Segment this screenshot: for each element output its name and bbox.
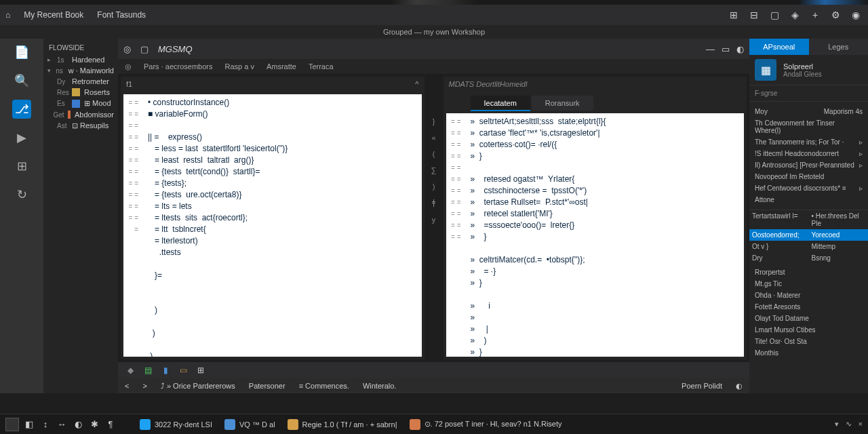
taskbar-app[interactable]: ⊙. 72 poset T iner · Hl, seav? n1 N.Rise… bbox=[404, 417, 568, 432]
quick-launch-icon[interactable]: ◧ bbox=[23, 418, 35, 431]
taskbar-app[interactable]: 3022 Ry·dent LSI bbox=[134, 417, 218, 432]
bottom-tab-icon[interactable]: ▤ bbox=[142, 365, 153, 376]
quick-launch-icon[interactable]: ¶ bbox=[104, 418, 117, 431]
taskbar-app[interactable]: VQ ™ D al bbox=[219, 417, 281, 432]
prop-right[interactable]: • Her.threes Del Ple bbox=[809, 210, 869, 229]
status-nav-back[interactable]: < bbox=[125, 382, 129, 390]
theme-icon[interactable]: ◐ bbox=[736, 44, 744, 54]
list-item[interactable]: Lmart Mursol Ctibes bbox=[755, 324, 863, 336]
fold-icon[interactable]: y bbox=[432, 216, 436, 224]
prop-left[interactable]: Ot v } bbox=[749, 241, 809, 252]
bottom-tab-icon[interactable]: ▮ bbox=[160, 365, 171, 376]
tree-item[interactable]: Es⊞ Mood bbox=[43, 98, 118, 109]
tree-item[interactable]: DyRetrometer bbox=[43, 76, 118, 87]
property-row[interactable]: Th Cdewonment ter Tinser Where(l) bbox=[755, 117, 863, 136]
tree-item[interactable]: ResRoserts bbox=[43, 87, 118, 98]
nav-back-icon[interactable]: ◎ bbox=[123, 44, 131, 54]
fold-icon[interactable]: } bbox=[433, 117, 435, 125]
prop-right[interactable]: Bsnng bbox=[809, 252, 869, 264]
tray-icon[interactable]: × bbox=[859, 420, 863, 429]
breadcrumb-item[interactable]: Amsratte bbox=[267, 62, 296, 71]
property-row[interactable]: Il) Antrosonsc] [Presr·Perannsted ▹ bbox=[755, 159, 863, 171]
bottom-tab-icon[interactable]: ▭ bbox=[178, 365, 189, 376]
list-item[interactable]: Ohda · Materer bbox=[755, 290, 863, 301]
close-icon[interactable]: ^ bbox=[415, 80, 418, 88]
quick-launch-icon[interactable]: ◐ bbox=[72, 418, 84, 431]
panel-tab-leges[interactable]: Leges bbox=[809, 39, 869, 55]
property-row[interactable]: The Tannomerre ins; For Tor ·▹ bbox=[755, 136, 863, 148]
title-settings-icon[interactable]: ⚙ bbox=[829, 8, 842, 22]
title-account-icon[interactable]: ◉ bbox=[849, 8, 863, 22]
breadcrumb-item[interactable]: ◎ bbox=[125, 62, 132, 71]
status-item[interactable]: Patersoner bbox=[249, 382, 285, 390]
title-add-icon[interactable]: + bbox=[808, 8, 822, 22]
right-code-editor[interactable]: = = = = = = = = = = = = = = = = = = = = … bbox=[446, 113, 745, 357]
property-row[interactable]: !S ittecml Headconodcorrert ▹ bbox=[755, 148, 863, 159]
list-item[interactable]: Rrorpertst bbox=[755, 267, 863, 278]
breadcrumb-item[interactable]: Rasp a v bbox=[224, 62, 254, 71]
extensions-icon[interactable]: ⊞ bbox=[12, 157, 31, 176]
sync-icon[interactable]: ↻ bbox=[12, 185, 31, 204]
taskbar-app[interactable]: Regie 1.0 ( Tf / am · + sabrn| bbox=[282, 417, 403, 432]
property-row[interactable]: Novopeoof Im Retoteld bbox=[755, 171, 863, 182]
tree-item[interactable]: GetAbdomissor bbox=[43, 109, 118, 120]
title-diamond-icon[interactable]: ◈ bbox=[788, 8, 802, 22]
menu-recent[interactable]: My Recent Book bbox=[24, 10, 83, 20]
fold-icon[interactable]: ) bbox=[433, 182, 435, 191]
fold-icon[interactable]: « bbox=[431, 134, 435, 142]
fold-icon[interactable]: ∑ bbox=[431, 166, 437, 174]
title-panel-icon[interactable]: ▢ bbox=[768, 8, 781, 22]
panel-tab-apsnoeal[interactable]: APsnoeal bbox=[749, 39, 809, 55]
explorer-icon[interactable]: 📄 bbox=[12, 43, 31, 62]
app-icon[interactable]: ⌂ bbox=[5, 10, 10, 20]
status-nav-fwd[interactable]: > bbox=[142, 382, 146, 390]
status-right-icon[interactable]: ◐ bbox=[736, 382, 743, 391]
bottom-tab-icon[interactable]: ◆ bbox=[125, 365, 136, 376]
breadcrumb-item[interactable]: Terraca bbox=[309, 62, 334, 71]
search-icon[interactable]: 🔍 bbox=[12, 71, 31, 90]
status-item[interactable]: Winteralo. bbox=[363, 382, 397, 390]
prop-left[interactable]: Oostoendorred; bbox=[749, 229, 809, 241]
tree-item[interactable]: ▾nsw · Mainworld bbox=[43, 65, 118, 76]
list-item[interactable]: Fotett Aresonts bbox=[755, 301, 863, 313]
fold-icon[interactable]: ǂ bbox=[432, 199, 435, 208]
minimize-icon[interactable]: — bbox=[706, 44, 715, 54]
bottom-tab-icon[interactable]: ⊞ bbox=[195, 365, 206, 376]
nav-box-icon[interactable]: ▢ bbox=[140, 44, 149, 54]
left-code-editor[interactable]: = = = = = = = = = = = = = = = = = = = = … bbox=[123, 94, 422, 357]
list-item[interactable]: Monthis bbox=[755, 347, 863, 359]
maximize-icon[interactable]: ▭ bbox=[722, 44, 730, 54]
tray-icon[interactable]: ∿ bbox=[846, 420, 852, 429]
status-item[interactable]: ⤴ » Orice Pardererows bbox=[161, 382, 235, 390]
tree-item[interactable]: ▸1sHardened bbox=[43, 54, 118, 65]
tray-icon[interactable]: ▾ bbox=[835, 420, 839, 429]
run-icon[interactable]: ▶ bbox=[12, 128, 31, 147]
list-item[interactable]: Mt.gs Tic bbox=[755, 278, 863, 290]
fold-icon[interactable]: ( bbox=[433, 150, 435, 158]
prop-right[interactable]: Mittemp bbox=[809, 241, 869, 252]
list-item[interactable]: Tite! Osr· Ost Sta bbox=[755, 336, 863, 347]
menu-font[interactable]: Font Tasunds bbox=[97, 10, 146, 20]
tab-iecatatem[interactable]: Iecatatem bbox=[471, 96, 530, 111]
quick-launch-icon[interactable]: ↕ bbox=[39, 418, 52, 431]
property-row[interactable]: Hef Centwooed disocrsonts* ≡▹ bbox=[755, 182, 863, 194]
start-button[interactable] bbox=[5, 418, 19, 431]
right-pane-tabs: Iecatatem Roransurk bbox=[443, 92, 747, 111]
quick-launch-icon[interactable]: ↔ bbox=[56, 418, 68, 431]
split-divider[interactable]: } « ( ∑ ) ǂ y bbox=[427, 77, 441, 359]
property-row[interactable]: Attone bbox=[755, 194, 863, 205]
source-control-icon[interactable]: ⎇ bbox=[12, 100, 31, 119]
quick-launch-icon[interactable]: ✱ bbox=[88, 418, 100, 431]
title-layout-icon[interactable]: ⊞ bbox=[727, 8, 741, 22]
property-row[interactable]: MoyMaporism 4s bbox=[755, 106, 863, 117]
tab-roransurk[interactable]: Roransurk bbox=[532, 96, 593, 111]
status-right[interactable]: Poern Polidt bbox=[682, 382, 722, 390]
title-split-icon[interactable]: ⊟ bbox=[747, 8, 761, 22]
tree-item[interactable]: Ast⊡ Resupils bbox=[43, 120, 118, 132]
prop-left[interactable]: Tertartstawirl l= bbox=[749, 210, 809, 229]
breadcrumb-item[interactable]: Pars · aecrosembors bbox=[144, 62, 212, 71]
prop-right[interactable]: Yorecoed bbox=[809, 229, 869, 241]
status-item[interactable]: ≡ Commences. bbox=[299, 382, 349, 390]
prop-left[interactable]: Dry bbox=[749, 252, 809, 264]
list-item[interactable]: Olayt Tod Datame bbox=[755, 313, 863, 324]
